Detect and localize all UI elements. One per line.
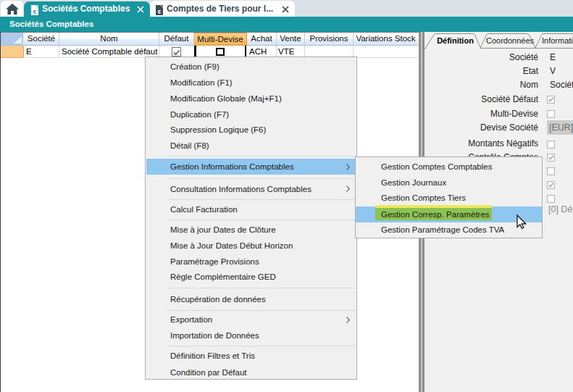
svg-text:€: €	[158, 9, 162, 15]
svg-text:€: €	[33, 9, 37, 15]
